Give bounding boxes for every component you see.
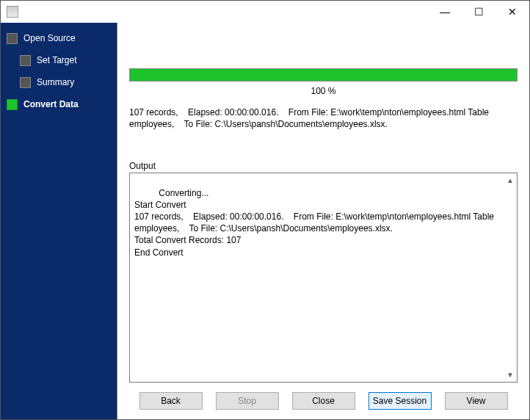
sidebar-item-label: Open Source xyxy=(23,33,76,43)
step-box-icon xyxy=(7,33,18,44)
body: Open Source Set Target Summary Convert D… xyxy=(1,23,529,419)
titlebar: — ☐ ✕ xyxy=(1,1,529,23)
app-icon xyxy=(7,6,18,18)
conversion-summary-text: 107 records, Elapsed: 00:00:00.016. From… xyxy=(129,106,518,130)
output-label: Output xyxy=(129,161,518,171)
step-box-icon xyxy=(20,55,31,66)
sidebar-item-summary[interactable]: Summary xyxy=(4,71,114,93)
output-text: Converting... Start Convert 107 records,… xyxy=(134,188,496,258)
scroll-down-icon[interactable]: ▼ xyxy=(505,370,515,380)
app-window: — ☐ ✕ Open Source Set Target Summary xyxy=(0,0,530,420)
window-controls: — ☐ ✕ xyxy=(428,1,529,23)
close-window-button[interactable]: ✕ xyxy=(495,1,529,23)
maximize-button[interactable]: ☐ xyxy=(462,1,495,23)
progress-section: 100 % xyxy=(129,68,518,96)
step-box-icon xyxy=(20,77,31,88)
sidebar-item-set-target[interactable]: Set Target xyxy=(4,49,114,71)
footer-button-bar: Back Stop Close Save Session View xyxy=(117,383,529,419)
close-button[interactable]: Close xyxy=(292,392,355,410)
sidebar-item-label: Convert Data xyxy=(23,99,79,109)
main-panel: 100 % 107 records, Elapsed: 00:00:00.016… xyxy=(117,23,529,419)
progress-bar xyxy=(129,68,518,82)
sidebar: Open Source Set Target Summary Convert D… xyxy=(1,23,117,419)
sidebar-item-convert-data[interactable]: Convert Data xyxy=(4,93,114,115)
view-button[interactable]: View xyxy=(445,392,508,410)
minimize-button[interactable]: — xyxy=(428,1,462,23)
content-area: 100 % 107 records, Elapsed: 00:00:00.016… xyxy=(117,23,529,383)
output-textbox[interactable]: Converting... Start Convert 107 records,… xyxy=(129,173,518,383)
sidebar-item-label: Summary xyxy=(37,77,74,87)
progress-percent-label: 100 % xyxy=(129,86,518,96)
save-session-button[interactable]: Save Session xyxy=(369,392,432,410)
sidebar-item-label: Set Target xyxy=(37,55,76,65)
scroll-up-icon[interactable]: ▲ xyxy=(505,175,515,185)
sidebar-item-open-source[interactable]: Open Source xyxy=(4,27,114,49)
back-button[interactable]: Back xyxy=(139,392,203,410)
stop-button: Stop xyxy=(216,392,279,410)
step-box-icon xyxy=(7,99,18,110)
